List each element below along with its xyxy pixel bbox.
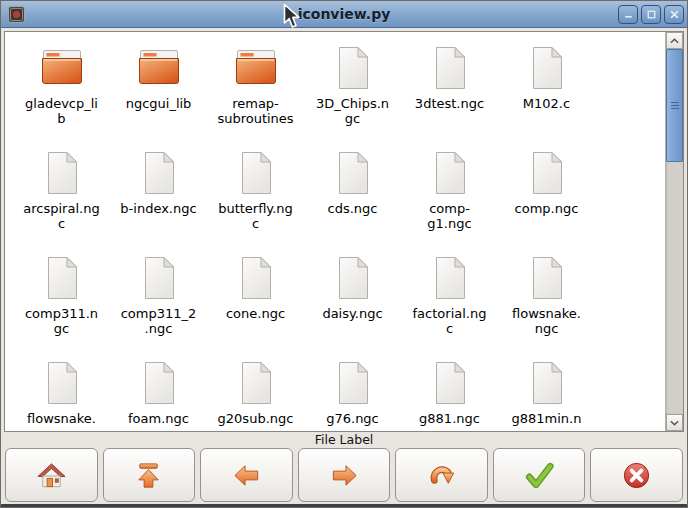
file-item[interactable]: arcspiral.ngc (13, 147, 110, 252)
app-icon (8, 6, 25, 23)
go-top-icon (133, 460, 164, 491)
go-back-icon (231, 460, 262, 491)
file-item-label: ngcgui_lib (126, 96, 192, 111)
close-icon (668, 8, 681, 21)
go-forward-icon (329, 460, 360, 491)
scrollbar-track[interactable] (666, 49, 683, 414)
file-item[interactable]: butterfly.ngc (207, 147, 304, 252)
file-item-label: foam.ngc (128, 411, 189, 426)
scroll-down-button[interactable] (666, 414, 683, 431)
vertical-scrollbar[interactable] (665, 32, 683, 431)
file-item-label: flowsnake.py (23, 411, 100, 431)
file-item[interactable]: 3D_Chips.ngc (304, 42, 401, 147)
file-icon (135, 149, 183, 197)
folder-item[interactable]: remap-subroutines (207, 42, 304, 147)
main-area: gladevcp_lib ngcgui_lib remap-subroutine… (1, 28, 687, 432)
chevron-down-icon (670, 420, 679, 426)
file-item[interactable]: b-index.ngc (110, 147, 207, 252)
file-item[interactable]: flowsnake.py (13, 357, 110, 431)
file-item-label: cds.ngc (328, 201, 378, 216)
file-item[interactable]: cone.ngc (207, 252, 304, 357)
file-icon (523, 44, 571, 92)
file-item-label: M102.c (523, 96, 570, 111)
file-item-label: g881min.ngc (508, 411, 585, 431)
file-icon (523, 359, 571, 407)
apply-button[interactable] (493, 448, 586, 502)
file-item[interactable]: daisy.ngc (304, 252, 401, 357)
file-item-label: comp-g1.ngc (411, 201, 488, 231)
folder-icon (38, 44, 86, 92)
file-item[interactable]: comp.ngc (498, 147, 595, 252)
file-icon (426, 149, 474, 197)
home-icon (36, 460, 67, 491)
go-forward-button[interactable] (298, 448, 391, 502)
file-item-label: g881.ngc (419, 411, 480, 426)
close-button[interactable] (664, 5, 684, 24)
file-item[interactable]: g76.ngc (304, 357, 401, 431)
file-item[interactable]: M102.c (498, 42, 595, 147)
minimize-icon (622, 8, 635, 21)
home-button[interactable] (5, 448, 98, 502)
file-item[interactable]: g881.ngc (401, 357, 498, 431)
jump-to-button[interactable] (395, 448, 488, 502)
file-item[interactable]: comp311.ngc (13, 252, 110, 357)
maximize-icon (645, 8, 658, 21)
file-item-label: flowsnake.ngc (508, 306, 585, 336)
file-icon (523, 254, 571, 302)
cancel-button[interactable] (590, 448, 683, 502)
file-icon (329, 254, 377, 302)
window-bottom-edge (1, 504, 687, 507)
file-item[interactable]: cds.ngc (304, 147, 401, 252)
file-icon (38, 149, 86, 197)
file-item-label: factorial.ngc (411, 306, 488, 336)
cancel-icon (621, 460, 652, 491)
file-icon (135, 359, 183, 407)
jump-to-icon (426, 460, 457, 491)
icon-grid[interactable]: gladevcp_lib ngcgui_lib remap-subroutine… (5, 32, 665, 431)
file-item[interactable]: 3dtest.ngc (401, 42, 498, 147)
iconview-frame: gladevcp_lib ngcgui_lib remap-subroutine… (4, 31, 684, 432)
minimize-button[interactable] (618, 5, 638, 24)
toolbar (1, 446, 687, 504)
folder-icon (232, 44, 280, 92)
file-item-label: comp311_2.ngc (120, 306, 197, 336)
file-label: File Label (315, 432, 374, 447)
file-item[interactable]: g881min.ngc (498, 357, 595, 431)
file-icon (232, 359, 280, 407)
file-item[interactable]: comp-g1.ngc (401, 147, 498, 252)
file-icon (232, 149, 280, 197)
file-item-label: arcspiral.ngc (23, 201, 100, 231)
file-icon (38, 254, 86, 302)
file-icon (329, 359, 377, 407)
file-item[interactable]: g20sub.ngc (207, 357, 304, 431)
file-icon (426, 254, 474, 302)
file-icon (38, 359, 86, 407)
maximize-button[interactable] (641, 5, 661, 24)
folder-icon (135, 44, 183, 92)
file-item-label: g76.ngc (326, 411, 379, 426)
scrollbar-thumb[interactable] (666, 49, 683, 162)
titlebar[interactable]: iconview.py (1, 1, 687, 28)
file-item[interactable]: foam.ngc (110, 357, 207, 431)
file-item[interactable]: flowsnake.ngc (498, 252, 595, 357)
go-top-button[interactable] (103, 448, 196, 502)
file-item-label: daisy.ngc (322, 306, 382, 321)
window-title: iconview.py (1, 6, 687, 22)
file-item[interactable]: comp311_2.ngc (110, 252, 207, 357)
file-item-label: comp311.ngc (23, 306, 100, 336)
file-item-label: b-index.ngc (120, 201, 196, 216)
scroll-up-button[interactable] (666, 32, 683, 49)
window: iconview.py gladevcp_lib ngcgui_lib rema… (0, 0, 688, 508)
file-item-label: 3dtest.ngc (415, 96, 484, 111)
folder-item[interactable]: ngcgui_lib (110, 42, 207, 147)
file-item-label: remap-subroutines (217, 96, 294, 126)
go-back-button[interactable] (200, 448, 293, 502)
file-icon (329, 149, 377, 197)
file-icon (426, 44, 474, 92)
file-item[interactable]: factorial.ngc (401, 252, 498, 357)
file-item-label: gladevcp_lib (23, 96, 100, 126)
file-item-label: cone.ngc (226, 306, 285, 321)
apply-icon (524, 460, 555, 491)
folder-item[interactable]: gladevcp_lib (13, 42, 110, 147)
file-icon (232, 254, 280, 302)
